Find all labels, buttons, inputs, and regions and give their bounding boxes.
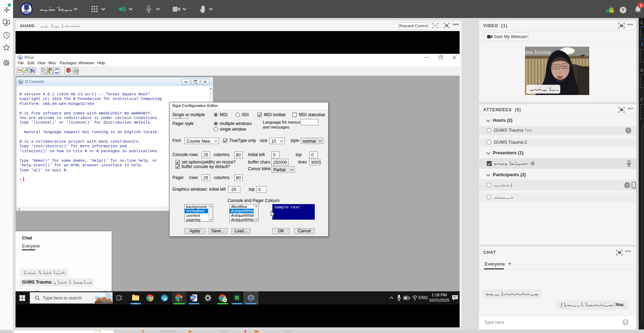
svg-text:R: R [249, 296, 253, 301]
svg-text:100: 100 [433, 24, 437, 27]
svg-text:STOP: STOP [66, 70, 70, 72]
svg-text:G: G [223, 298, 226, 302]
svg-text:R: R [19, 80, 23, 84]
svg-text:W: W [190, 296, 194, 300]
svg-text:uma Institut: uma Institut [525, 49, 551, 55]
svg-text:R: R [19, 55, 22, 60]
